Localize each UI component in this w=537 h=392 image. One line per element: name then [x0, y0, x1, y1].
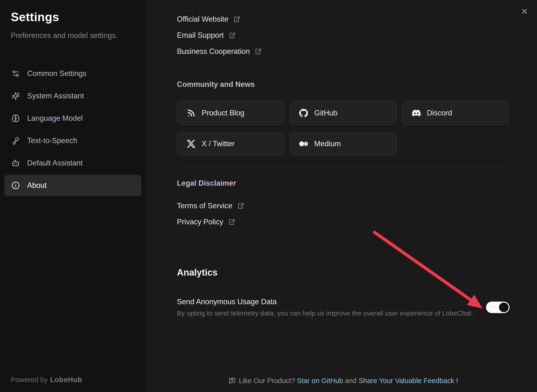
button-label: GitHub: [314, 109, 337, 117]
usage-data-description: By opting to send telemetry data, you ca…: [177, 310, 473, 317]
sidebar-item-system-assistant[interactable]: System Assistant: [4, 85, 141, 107]
link-label: Email Support: [177, 31, 224, 40]
powered-by-text: Powered by: [11, 376, 48, 384]
spacer: [295, 377, 297, 385]
sidebar-item-label: Default Assistant: [27, 159, 83, 167]
about-settings-panel: Contact Us Official Website Email Suppor…: [146, 0, 537, 392]
sidebar-item-language-model[interactable]: Language Model: [4, 108, 141, 129]
product-blog-button[interactable]: Product Blog: [177, 101, 284, 125]
sidebar-item-default-assistant[interactable]: Default Assistant: [4, 152, 141, 174]
link-label: Privacy Policy: [177, 218, 223, 226]
external-link-icon: [229, 219, 235, 225]
external-link-icon: [229, 32, 236, 39]
star-on-github-link[interactable]: Star on GitHub: [297, 377, 343, 385]
contact-us-heading: Contact Us: [177, 0, 510, 2]
usage-data-toggle[interactable]: [486, 302, 510, 313]
external-link-icon: [234, 16, 240, 23]
footer-text: Like Our Product?: [239, 377, 295, 385]
external-link-icon: [238, 203, 244, 209]
external-link-icon: [255, 48, 262, 55]
toggle-knob: [499, 303, 509, 312]
sidebar-item-label: System Assistant: [27, 92, 84, 100]
sidebar-item-label: Text-to-Speech: [27, 136, 77, 145]
usage-data-texts: Send Anonymous Usage Data By opting to s…: [177, 297, 473, 317]
powered-by: Powered byLobeHub: [11, 376, 82, 384]
x-twitter-icon: [187, 139, 195, 148]
legal-heading: Legal Disclaimer: [177, 178, 510, 188]
spacer: [343, 377, 345, 385]
button-label: X / Twitter: [202, 139, 235, 148]
usage-data-setting: Send Anonymous Usage Data By opting to s…: [177, 297, 510, 317]
sidebar-item-label: About: [27, 181, 47, 190]
x-twitter-button[interactable]: X / Twitter: [177, 132, 284, 155]
community-buttons: Product Blog GitHub Discord X / Twitter …: [177, 101, 510, 155]
sparkles-icon: [12, 92, 20, 100]
page-subtitle: Preferences and model settings.: [11, 31, 141, 40]
button-label: Medium: [314, 139, 341, 148]
discord-icon: [412, 109, 421, 117]
message-heart-icon: [229, 377, 236, 385]
medium-icon: [299, 139, 308, 148]
link-label: Business Cooperation: [177, 47, 250, 56]
divider: [177, 289, 510, 289]
rss-icon: [187, 109, 195, 117]
legal-links: Terms of Service Privacy Policy: [177, 201, 510, 227]
close-icon[interactable]: [520, 7, 529, 15]
github-button[interactable]: GitHub: [289, 101, 397, 125]
footer-text: !: [456, 377, 458, 385]
footer-text: and: [345, 377, 356, 385]
sidebar-item-about[interactable]: About: [4, 175, 141, 196]
sliders-icon: [12, 70, 20, 78]
medium-button[interactable]: Medium: [289, 132, 397, 155]
github-icon: [299, 109, 308, 117]
info-icon: [12, 181, 20, 190]
usage-data-title: Send Anonymous Usage Data: [177, 297, 473, 306]
terms-of-service-link[interactable]: Terms of Service: [177, 201, 510, 211]
page-title: Settings: [11, 10, 141, 24]
button-label: Discord: [427, 109, 452, 117]
email-support-link[interactable]: Email Support: [177, 30, 510, 41]
analytics-heading: Analytics: [177, 267, 510, 278]
sidebar-item-label: Language Model: [27, 114, 83, 123]
share-feedback-link[interactable]: Share Your Valuable Feedback: [359, 377, 454, 385]
mic-icon: [12, 137, 20, 145]
spacer: [357, 377, 359, 385]
privacy-policy-link[interactable]: Privacy Policy: [177, 217, 510, 227]
bot-icon: [12, 159, 20, 167]
divider: [177, 68, 510, 68]
sidebar-item-common-settings[interactable]: Common Settings: [4, 63, 141, 84]
community-heading: Community and News: [177, 80, 510, 89]
link-label: Terms of Service: [177, 202, 232, 210]
brain-icon: [12, 114, 20, 122]
discord-button[interactable]: Discord: [402, 101, 510, 125]
settings-nav: Common Settings System Assistant Languag…: [4, 63, 141, 196]
link-label: Official Website: [177, 15, 228, 24]
contact-links: Official Website Email Support Business …: [177, 14, 510, 57]
lobehub-logo: LobeHub: [50, 376, 82, 384]
settings-sidebar: Settings Preferences and model settings.…: [0, 0, 146, 392]
button-label: Product Blog: [202, 109, 244, 117]
sidebar-item-text-to-speech[interactable]: Text-to-Speech: [4, 130, 141, 151]
official-website-link[interactable]: Official Website: [177, 14, 510, 25]
business-cooperation-link[interactable]: Business Cooperation: [177, 46, 510, 57]
divider: [177, 166, 510, 166]
feedback-footer: Like Our Product? Star on GitHub and Sha…: [177, 377, 510, 385]
sidebar-item-label: Common Settings: [27, 69, 86, 78]
